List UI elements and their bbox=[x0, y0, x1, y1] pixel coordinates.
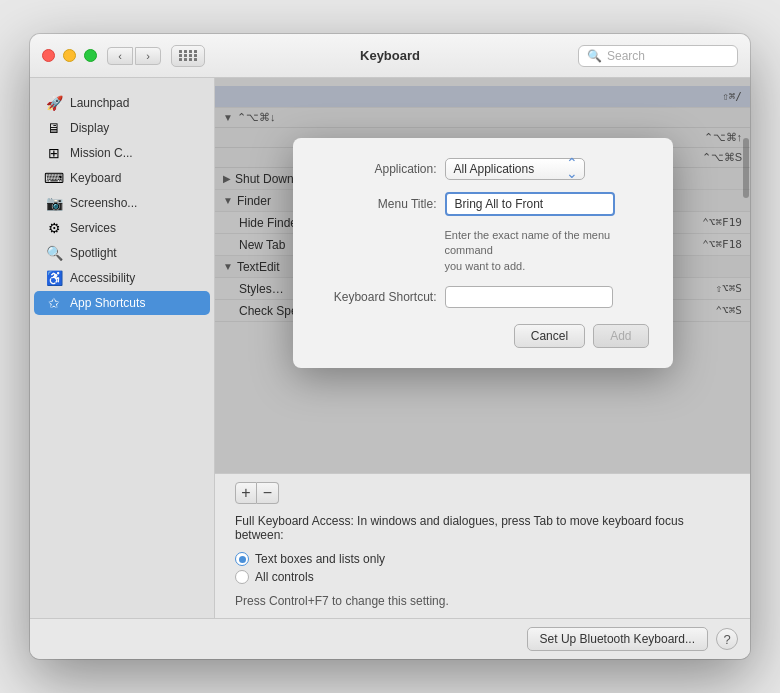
sidebar: 🚀 Launchpad 🖥 Display ⊞ Mission C... ⌨ K… bbox=[30, 78, 215, 618]
main-content: ⇧⌘/ ▼ ⌃⌥⌘↓ ⌃⌥⌘↑ ⌃⌥⌘S bbox=[215, 78, 750, 618]
screenshot-icon: 📷 bbox=[46, 195, 62, 211]
nav-buttons: ‹ › bbox=[107, 47, 161, 65]
launchpad-icon: 🚀 bbox=[46, 95, 62, 111]
sidebar-item-label: Screensho... bbox=[70, 196, 137, 210]
sidebar-item-label: Accessibility bbox=[70, 271, 135, 285]
sidebar-item-label: Mission C... bbox=[70, 146, 133, 160]
bottom-bar: + − Full Keyboard Access: In windows and… bbox=[215, 473, 750, 618]
shortcut-input[interactable] bbox=[445, 286, 613, 308]
add-button[interactable]: Add bbox=[593, 324, 648, 348]
traffic-lights bbox=[42, 49, 97, 62]
maximize-button[interactable] bbox=[84, 49, 97, 62]
forward-button[interactable]: › bbox=[135, 47, 161, 65]
mission-control-icon: ⊞ bbox=[46, 145, 62, 161]
sidebar-item-keyboard[interactable]: ⌨ Keyboard bbox=[34, 166, 210, 190]
content-area: 🚀 Launchpad 🖥 Display ⊞ Mission C... ⌨ K… bbox=[30, 78, 750, 618]
sidebar-item-label: Launchpad bbox=[70, 96, 129, 110]
keyboard-icon: ⌨ bbox=[46, 170, 62, 186]
radio-label-text-boxes: Text boxes and lists only bbox=[255, 552, 385, 566]
sidebar-item-display[interactable]: 🖥 Display bbox=[34, 116, 210, 140]
radio-text-boxes[interactable]: Text boxes and lists only bbox=[235, 552, 730, 566]
grid-icon bbox=[179, 50, 198, 61]
sidebar-item-services[interactable]: ⚙ Services bbox=[34, 216, 210, 240]
display-icon: 🖥 bbox=[46, 120, 62, 136]
back-button[interactable]: ‹ bbox=[107, 47, 133, 65]
application-select-wrap: All Applications ⌃⌄ bbox=[445, 158, 585, 180]
application-label: Application: bbox=[317, 162, 437, 176]
radio-button-text-boxes[interactable] bbox=[235, 552, 249, 566]
radio-label-all-controls: All controls bbox=[255, 570, 314, 584]
radio-all-controls[interactable]: All controls bbox=[235, 570, 730, 584]
modal-buttons: Cancel Add bbox=[317, 324, 649, 348]
help-button[interactable]: ? bbox=[716, 628, 738, 650]
sidebar-item-spotlight[interactable]: 🔍 Spotlight bbox=[34, 241, 210, 265]
modal-hint: Enter the exact name of the menu command… bbox=[445, 228, 649, 274]
minimize-button[interactable] bbox=[63, 49, 76, 62]
close-button[interactable] bbox=[42, 49, 55, 62]
add-remove-buttons: + − bbox=[235, 482, 730, 504]
cancel-button[interactable]: Cancel bbox=[514, 324, 585, 348]
menu-title-input[interactable] bbox=[445, 192, 615, 216]
sidebar-item-label: Spotlight bbox=[70, 246, 117, 260]
sidebar-item-label: App Shortcuts bbox=[70, 296, 145, 310]
chevron-updown-icon: ⌃⌄ bbox=[566, 159, 578, 179]
footer-bar: Set Up Bluetooth Keyboard... ? bbox=[30, 618, 750, 659]
menu-title-label: Menu Title: bbox=[317, 197, 437, 211]
shortcut-label: Keyboard Shortcut: bbox=[317, 290, 437, 304]
application-value: All Applications bbox=[454, 162, 535, 176]
sidebar-item-screenshot[interactable]: 📷 Screensho... bbox=[34, 191, 210, 215]
search-icon: 🔍 bbox=[587, 49, 602, 63]
sidebar-item-label: Display bbox=[70, 121, 109, 135]
sidebar-item-launchpad[interactable]: 🚀 Launchpad bbox=[34, 91, 210, 115]
remove-shortcut-button[interactable]: − bbox=[257, 482, 279, 504]
sidebar-item-mission-control[interactable]: ⊞ Mission C... bbox=[34, 141, 210, 165]
shortcut-row: Keyboard Shortcut: bbox=[317, 286, 649, 308]
app-shortcuts-icon: ✩ bbox=[46, 295, 62, 311]
sidebar-item-label: Services bbox=[70, 221, 116, 235]
search-input[interactable]: Search bbox=[607, 49, 645, 63]
keyboard-preferences-window: ‹ › Keyboard 🔍 Search 🚀 Launchpad 🖥 bbox=[30, 34, 750, 659]
keyboard-access-description: Full Keyboard Access: In windows and dia… bbox=[215, 512, 750, 544]
services-icon: ⚙ bbox=[46, 220, 62, 236]
grid-view-button[interactable] bbox=[171, 45, 205, 67]
add-shortcut-modal: Application: All Applications ⌃⌄ Menu Ti… bbox=[293, 138, 673, 368]
search-box[interactable]: 🔍 Search bbox=[578, 45, 738, 67]
radio-group: Text boxes and lists only All controls bbox=[215, 548, 750, 592]
sidebar-item-app-shortcuts[interactable]: ✩ App Shortcuts bbox=[34, 291, 210, 315]
sidebar-item-accessibility[interactable]: ♿ Accessibility bbox=[34, 266, 210, 290]
application-row: Application: All Applications ⌃⌄ bbox=[317, 158, 649, 180]
bluetooth-keyboard-button[interactable]: Set Up Bluetooth Keyboard... bbox=[527, 627, 708, 651]
sidebar-item-label: Keyboard bbox=[70, 171, 121, 185]
spotlight-icon: 🔍 bbox=[46, 245, 62, 261]
window-title: Keyboard bbox=[360, 48, 420, 63]
modal-overlay: Application: All Applications ⌃⌄ Menu Ti… bbox=[215, 78, 750, 473]
application-select[interactable]: All Applications ⌃⌄ bbox=[445, 158, 585, 180]
accessibility-icon: ♿ bbox=[46, 270, 62, 286]
titlebar: ‹ › Keyboard 🔍 Search bbox=[30, 34, 750, 78]
menu-title-row: Menu Title: bbox=[317, 192, 649, 216]
radio-button-all-controls[interactable] bbox=[235, 570, 249, 584]
add-shortcut-button[interactable]: + bbox=[235, 482, 257, 504]
press-hint-text: Press Control+F7 to change this setting. bbox=[215, 592, 750, 612]
